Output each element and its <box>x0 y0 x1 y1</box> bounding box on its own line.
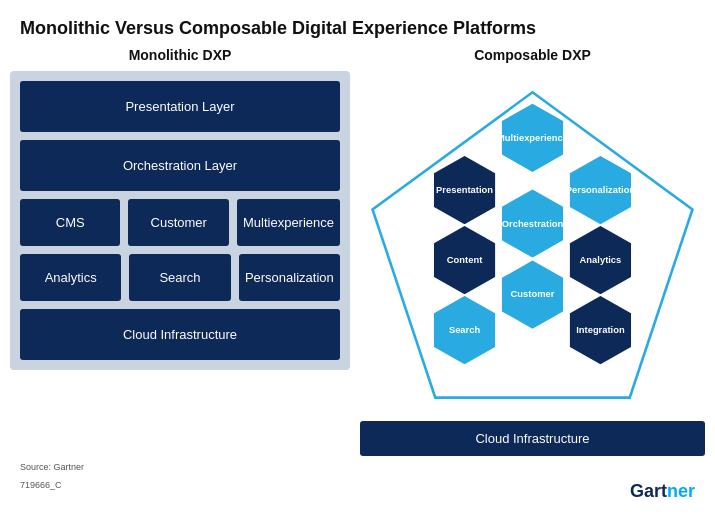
composable-section: Composable DXP Multiexperience Presentat… <box>360 47 705 456</box>
monolithic-section: Monolithic DXP Presentation Layer Orches… <box>10 47 350 456</box>
analytics-cell: Analytics <box>20 254 121 301</box>
svg-text:Integration: Integration <box>576 324 625 335</box>
svg-text:Orchestration: Orchestration <box>502 218 564 229</box>
monolithic-title: Monolithic DXP <box>10 47 350 63</box>
main-title: Monolithic Versus Composable Digital Exp… <box>0 0 715 47</box>
composable-cloud-infra: Cloud Infrastructure <box>360 421 705 456</box>
search-cell: Search <box>129 254 230 301</box>
svg-text:Customer: Customer <box>511 288 555 299</box>
gartner-logo-dark: Gart <box>630 481 667 501</box>
gartner-logo: Gartner <box>630 481 695 502</box>
composable-title: Composable DXP <box>360 47 705 63</box>
source-id: 719666_C <box>0 474 715 492</box>
composable-diagram: Multiexperience Presentation Personaliza… <box>360 71 705 421</box>
mono-row-2: Analytics Search Personalization <box>20 254 340 301</box>
svg-text:Personalization: Personalization <box>566 184 636 195</box>
svg-text:Content: Content <box>447 254 483 265</box>
cms-cell: CMS <box>20 199 120 246</box>
orchestration-layer-block: Orchestration Layer <box>20 140 340 191</box>
monolithic-diagram: Presentation Layer Orchestration Layer C… <box>10 71 350 370</box>
multiexperience-cell: Multiexperience <box>237 199 340 246</box>
cloud-infra-block: Cloud Infrastructure <box>20 309 340 360</box>
svg-text:Search: Search <box>449 324 481 335</box>
presentation-layer-block: Presentation Layer <box>20 81 340 132</box>
personalization-cell: Personalization <box>239 254 340 301</box>
source-label: Source: Gartner <box>0 456 715 474</box>
customer-cell: Customer <box>128 199 228 246</box>
svg-text:Analytics: Analytics <box>580 254 622 265</box>
svg-text:Presentation: Presentation <box>436 184 493 195</box>
svg-text:Multiexperience: Multiexperience <box>497 132 568 143</box>
mono-row-1: CMS Customer Multiexperience <box>20 199 340 246</box>
